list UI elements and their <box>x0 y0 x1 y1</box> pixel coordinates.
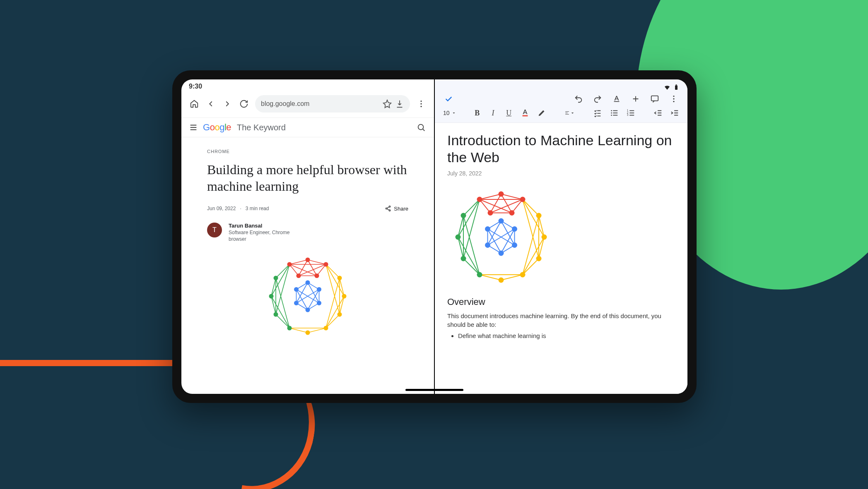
undo-icon[interactable] <box>573 93 584 104</box>
doc-bullet-item: Define what machine learning is <box>458 332 675 339</box>
svg-rect-29 <box>651 96 658 101</box>
text-color-icon[interactable] <box>521 108 530 118</box>
svg-rect-33 <box>522 115 528 117</box>
google-logo: Google <box>203 122 231 133</box>
svg-point-35 <box>611 113 612 114</box>
svg-rect-45 <box>630 115 634 116</box>
svg-point-11 <box>315 273 319 278</box>
svg-point-54 <box>520 272 526 277</box>
hamburger-icon[interactable] <box>189 122 198 133</box>
highlight-icon[interactable] <box>537 108 546 118</box>
doc-bullet-list: Define what machine learning is <box>447 332 675 339</box>
svg-point-57 <box>456 234 461 240</box>
docs-toolbar-primary <box>435 91 687 106</box>
tablet-screen: 9:30 blog.google.com <box>181 79 687 394</box>
font-size-selector[interactable]: 10 <box>443 110 456 116</box>
text-format-icon[interactable] <box>611 93 622 104</box>
docs-pane: 10 B I U 123 Introduction <box>435 79 687 394</box>
site-header: Google The Keyword <box>181 117 434 137</box>
insert-plus-icon[interactable] <box>630 93 641 104</box>
browser-menu-icon[interactable] <box>416 98 427 109</box>
svg-point-59 <box>477 272 482 277</box>
svg-point-51 <box>536 213 542 218</box>
svg-point-0 <box>420 101 422 102</box>
done-check-icon[interactable] <box>443 93 454 104</box>
numbered-list-icon[interactable]: 123 <box>626 108 635 118</box>
svg-point-62 <box>512 242 517 248</box>
home-indicator[interactable] <box>405 389 463 391</box>
svg-point-22 <box>317 287 321 292</box>
redo-icon[interactable] <box>592 93 603 104</box>
author-avatar: T <box>207 223 222 237</box>
svg-point-30 <box>673 96 674 97</box>
svg-point-1 <box>420 103 422 104</box>
align-icon[interactable] <box>564 108 575 118</box>
svg-point-64 <box>485 242 490 248</box>
svg-point-18 <box>269 294 274 299</box>
article-body: CHROME Building a more helpful browser w… <box>181 137 434 342</box>
docs-toolbar-formatting: 10 B I U 123 <box>435 106 687 123</box>
underline-icon[interactable]: U <box>505 108 513 118</box>
svg-point-7 <box>287 262 292 267</box>
docs-menu-icon[interactable] <box>668 93 679 104</box>
author-name: Tarun Bansal <box>229 223 295 229</box>
doc-title: Introduction to Machine Learning on the … <box>447 132 675 166</box>
comment-icon[interactable] <box>649 93 660 104</box>
doc-section-heading: Overview <box>447 297 675 307</box>
svg-point-58 <box>461 256 466 261</box>
home-icon[interactable] <box>189 98 200 109</box>
svg-point-55 <box>499 277 504 283</box>
article-meta: Jun 09, 2022 · 3 min read Share <box>207 205 408 212</box>
address-bar[interactable]: blog.google.com <box>255 95 410 113</box>
indent-icon[interactable] <box>670 108 679 118</box>
svg-point-63 <box>499 250 504 256</box>
svg-point-17 <box>274 276 278 280</box>
outdent-icon[interactable] <box>653 108 663 118</box>
svg-point-21 <box>306 280 310 285</box>
svg-point-47 <box>499 191 504 197</box>
svg-point-60 <box>499 218 504 223</box>
wifi-icon <box>663 84 671 91</box>
svg-point-25 <box>294 301 299 305</box>
svg-point-31 <box>673 98 674 99</box>
svg-text:3: 3 <box>627 113 629 116</box>
font-size-value: 10 <box>443 110 450 116</box>
back-icon[interactable] <box>205 98 216 109</box>
doc-hero-graphic <box>447 183 675 291</box>
bullet-list-icon[interactable] <box>610 108 619 118</box>
svg-point-16 <box>306 331 310 335</box>
reload-icon[interactable] <box>239 98 249 109</box>
share-label: Share <box>394 206 408 212</box>
article-category: CHROME <box>207 149 408 154</box>
svg-point-32 <box>673 101 674 102</box>
article-date: Jun 09, 2022 <box>207 206 236 211</box>
status-bar-right <box>435 79 687 91</box>
forward-icon[interactable] <box>222 98 233 109</box>
svg-point-9 <box>324 262 328 267</box>
svg-point-2 <box>420 106 422 107</box>
download-icon[interactable] <box>395 99 404 108</box>
svg-rect-38 <box>613 113 618 113</box>
bold-icon[interactable]: B <box>473 108 481 118</box>
svg-point-23 <box>317 301 321 305</box>
checklist-icon[interactable] <box>593 108 602 118</box>
article-headline: Building a more helpful browser with mac… <box>207 161 408 194</box>
svg-point-49 <box>488 210 493 216</box>
svg-point-56 <box>461 213 466 218</box>
svg-point-24 <box>306 308 310 312</box>
svg-point-46 <box>477 197 482 202</box>
svg-rect-43 <box>630 110 634 111</box>
site-search-icon[interactable] <box>416 122 427 133</box>
svg-point-65 <box>485 226 490 232</box>
star-icon[interactable] <box>383 99 392 108</box>
svg-rect-44 <box>630 113 634 113</box>
svg-point-48 <box>520 197 526 202</box>
address-bar-url: blog.google.com <box>261 100 379 108</box>
document-canvas[interactable]: Introduction to Machine Learning on the … <box>435 123 687 394</box>
svg-point-12 <box>338 276 342 280</box>
svg-point-13 <box>342 294 347 299</box>
italic-icon[interactable]: I <box>489 108 497 118</box>
article-hero-graphic <box>207 251 408 342</box>
svg-rect-27 <box>675 86 678 90</box>
share-button[interactable]: Share <box>385 205 408 212</box>
